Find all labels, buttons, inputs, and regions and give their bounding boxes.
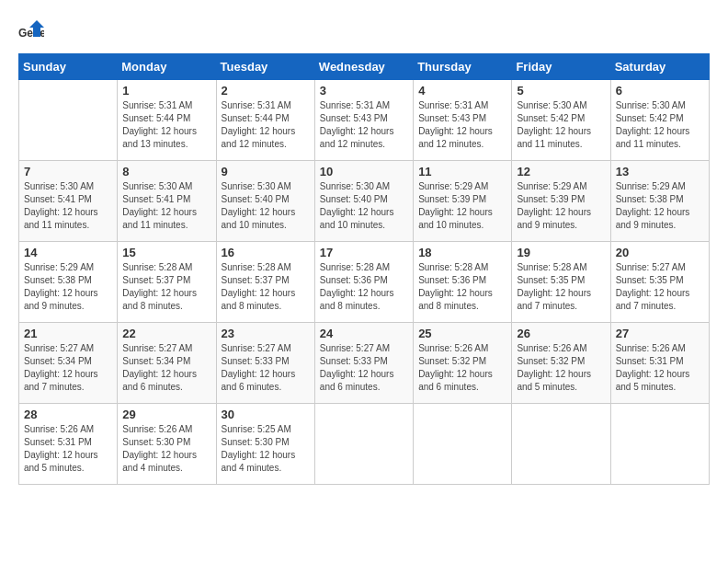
header-cell-friday: Friday	[512, 54, 610, 80]
day-number: 15	[122, 246, 210, 259]
calendar-cell: 9Sunrise: 5:30 AM Sunset: 5:40 PM Daylig…	[216, 161, 314, 242]
day-number: 20	[616, 246, 704, 259]
day-detail: Sunrise: 5:28 AM Sunset: 5:37 PM Dayligh…	[222, 261, 310, 313]
calendar-cell: 30Sunrise: 5:25 AM Sunset: 5:30 PM Dayli…	[216, 404, 314, 485]
calendar-cell: 6Sunrise: 5:30 AM Sunset: 5:42 PM Daylig…	[610, 80, 709, 161]
calendar-cell: 23Sunrise: 5:27 AM Sunset: 5:33 PM Dayli…	[216, 323, 314, 404]
day-detail: Sunrise: 5:29 AM Sunset: 5:38 PM Dayligh…	[24, 261, 112, 313]
calendar-header: SundayMondayTuesdayWednesdayThursdayFrid…	[19, 54, 710, 80]
calendar-cell: 22Sunrise: 5:27 AM Sunset: 5:34 PM Dayli…	[118, 323, 216, 404]
calendar-cell: 15Sunrise: 5:28 AM Sunset: 5:37 PM Dayli…	[118, 242, 216, 323]
calendar-cell: 4Sunrise: 5:31 AM Sunset: 5:43 PM Daylig…	[414, 80, 512, 161]
day-number: 24	[320, 327, 408, 340]
calendar-cell	[314, 404, 413, 485]
calendar-cell: 5Sunrise: 5:30 AM Sunset: 5:42 PM Daylig…	[512, 80, 610, 161]
day-detail: Sunrise: 5:30 AM Sunset: 5:40 PM Dayligh…	[320, 180, 408, 232]
day-number: 8	[122, 165, 210, 178]
calendar-cell: 24Sunrise: 5:27 AM Sunset: 5:33 PM Dayli…	[314, 323, 413, 404]
calendar-cell: 19Sunrise: 5:28 AM Sunset: 5:35 PM Dayli…	[512, 242, 610, 323]
calendar-cell: 10Sunrise: 5:30 AM Sunset: 5:40 PM Dayli…	[314, 161, 413, 242]
day-number: 18	[418, 246, 506, 259]
day-detail: Sunrise: 5:27 AM Sunset: 5:35 PM Dayligh…	[616, 261, 704, 313]
day-detail: Sunrise: 5:25 AM Sunset: 5:30 PM Dayligh…	[222, 423, 310, 475]
calendar-cell	[512, 404, 610, 485]
week-row-2: 7Sunrise: 5:30 AM Sunset: 5:41 PM Daylig…	[19, 161, 710, 242]
header-cell-tuesday: Tuesday	[216, 54, 314, 80]
calendar-cell: 1Sunrise: 5:31 AM Sunset: 5:44 PM Daylig…	[118, 80, 216, 161]
header-cell-wednesday: Wednesday	[314, 54, 413, 80]
day-number: 29	[122, 408, 210, 421]
calendar-body: 1Sunrise: 5:31 AM Sunset: 5:44 PM Daylig…	[19, 80, 710, 485]
day-detail: Sunrise: 5:30 AM Sunset: 5:41 PM Dayligh…	[24, 180, 112, 232]
calendar-cell: 21Sunrise: 5:27 AM Sunset: 5:34 PM Dayli…	[19, 323, 118, 404]
day-detail: Sunrise: 5:31 AM Sunset: 5:43 PM Dayligh…	[418, 99, 506, 151]
calendar-cell	[610, 404, 709, 485]
header: General	[18, 18, 710, 44]
calendar-cell	[414, 404, 512, 485]
day-detail: Sunrise: 5:30 AM Sunset: 5:41 PM Dayligh…	[122, 180, 210, 232]
calendar-cell: 29Sunrise: 5:26 AM Sunset: 5:30 PM Dayli…	[118, 404, 216, 485]
logo: General	[18, 18, 48, 44]
day-detail: Sunrise: 5:29 AM Sunset: 5:38 PM Dayligh…	[616, 180, 704, 232]
week-row-4: 21Sunrise: 5:27 AM Sunset: 5:34 PM Dayli…	[19, 323, 710, 404]
day-detail: Sunrise: 5:26 AM Sunset: 5:32 PM Dayligh…	[418, 342, 506, 394]
day-number: 21	[24, 327, 112, 340]
day-detail: Sunrise: 5:30 AM Sunset: 5:42 PM Dayligh…	[616, 99, 704, 151]
day-detail: Sunrise: 5:27 AM Sunset: 5:33 PM Dayligh…	[320, 342, 408, 394]
day-number: 1	[122, 84, 210, 98]
week-row-1: 1Sunrise: 5:31 AM Sunset: 5:44 PM Daylig…	[19, 80, 710, 161]
calendar-cell: 2Sunrise: 5:31 AM Sunset: 5:44 PM Daylig…	[216, 80, 314, 161]
calendar-cell: 26Sunrise: 5:26 AM Sunset: 5:32 PM Dayli…	[512, 323, 610, 404]
header-cell-saturday: Saturday	[610, 54, 709, 80]
day-detail: Sunrise: 5:31 AM Sunset: 5:44 PM Dayligh…	[122, 99, 210, 151]
calendar-cell: 28Sunrise: 5:26 AM Sunset: 5:31 PM Dayli…	[19, 404, 118, 485]
day-detail: Sunrise: 5:29 AM Sunset: 5:39 PM Dayligh…	[517, 180, 605, 232]
calendar-cell: 27Sunrise: 5:26 AM Sunset: 5:31 PM Dayli…	[610, 323, 709, 404]
day-detail: Sunrise: 5:31 AM Sunset: 5:43 PM Dayligh…	[320, 99, 408, 151]
day-detail: Sunrise: 5:28 AM Sunset: 5:36 PM Dayligh…	[418, 261, 506, 313]
calendar-cell: 18Sunrise: 5:28 AM Sunset: 5:36 PM Dayli…	[414, 242, 512, 323]
calendar-cell: 8Sunrise: 5:30 AM Sunset: 5:41 PM Daylig…	[118, 161, 216, 242]
day-detail: Sunrise: 5:27 AM Sunset: 5:34 PM Dayligh…	[24, 342, 112, 394]
day-number: 16	[222, 246, 310, 259]
day-number: 11	[418, 165, 506, 178]
day-number: 23	[222, 327, 310, 340]
calendar-cell: 12Sunrise: 5:29 AM Sunset: 5:39 PM Dayli…	[512, 161, 610, 242]
day-detail: Sunrise: 5:26 AM Sunset: 5:30 PM Dayligh…	[122, 423, 210, 475]
calendar-cell: 25Sunrise: 5:26 AM Sunset: 5:32 PM Dayli…	[414, 323, 512, 404]
day-number: 27	[616, 327, 704, 340]
day-detail: Sunrise: 5:26 AM Sunset: 5:31 PM Dayligh…	[616, 342, 704, 394]
day-number: 6	[616, 84, 704, 98]
day-number: 22	[122, 327, 210, 340]
day-detail: Sunrise: 5:28 AM Sunset: 5:35 PM Dayligh…	[517, 261, 605, 313]
header-cell-monday: Monday	[118, 54, 216, 80]
day-number: 10	[320, 165, 408, 178]
day-number: 3	[320, 84, 408, 98]
day-number: 13	[616, 165, 704, 178]
calendar-cell: 7Sunrise: 5:30 AM Sunset: 5:41 PM Daylig…	[19, 161, 118, 242]
day-number: 9	[222, 165, 310, 178]
header-cell-thursday: Thursday	[414, 54, 512, 80]
week-row-3: 14Sunrise: 5:29 AM Sunset: 5:38 PM Dayli…	[19, 242, 710, 323]
header-row: SundayMondayTuesdayWednesdayThursdayFrid…	[19, 54, 710, 80]
day-detail: Sunrise: 5:27 AM Sunset: 5:33 PM Dayligh…	[222, 342, 310, 394]
calendar-cell: 16Sunrise: 5:28 AM Sunset: 5:37 PM Dayli…	[216, 242, 314, 323]
day-detail: Sunrise: 5:30 AM Sunset: 5:42 PM Dayligh…	[517, 99, 605, 151]
day-detail: Sunrise: 5:30 AM Sunset: 5:40 PM Dayligh…	[222, 180, 310, 232]
day-detail: Sunrise: 5:26 AM Sunset: 5:32 PM Dayligh…	[517, 342, 605, 394]
day-detail: Sunrise: 5:28 AM Sunset: 5:37 PM Dayligh…	[122, 261, 210, 313]
day-detail: Sunrise: 5:26 AM Sunset: 5:31 PM Dayligh…	[24, 423, 112, 475]
day-number: 30	[222, 408, 310, 421]
day-number: 4	[418, 84, 506, 98]
day-number: 14	[24, 246, 112, 259]
day-number: 7	[24, 165, 112, 178]
calendar-cell: 20Sunrise: 5:27 AM Sunset: 5:35 PM Dayli…	[610, 242, 709, 323]
day-number: 5	[517, 84, 605, 98]
day-detail: Sunrise: 5:28 AM Sunset: 5:36 PM Dayligh…	[320, 261, 408, 313]
day-number: 19	[517, 246, 605, 259]
day-number: 17	[320, 246, 408, 259]
calendar-cell: 13Sunrise: 5:29 AM Sunset: 5:38 PM Dayli…	[610, 161, 709, 242]
day-number: 12	[517, 165, 605, 178]
day-detail: Sunrise: 5:29 AM Sunset: 5:39 PM Dayligh…	[418, 180, 506, 232]
day-detail: Sunrise: 5:27 AM Sunset: 5:34 PM Dayligh…	[122, 342, 210, 394]
